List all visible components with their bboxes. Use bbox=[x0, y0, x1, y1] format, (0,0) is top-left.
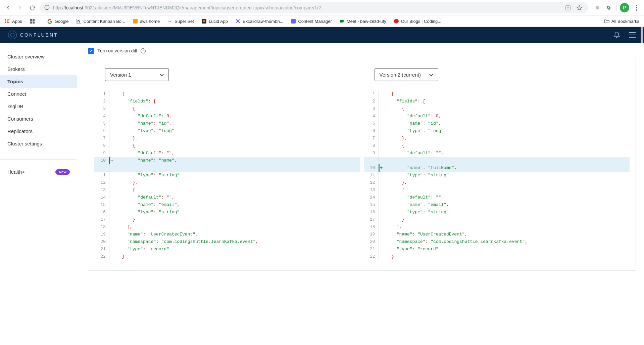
brand-logo[interactable]: CONFLUENT bbox=[8, 31, 58, 39]
bookmark-kanban[interactable]: Content Kanban Bo... bbox=[75, 18, 127, 25]
back-button[interactable] bbox=[3, 3, 13, 12]
diff-marker bbox=[380, 231, 384, 238]
url-bar[interactable]: http://localhost:9021/clusters/MkU3OEVBN… bbox=[40, 2, 588, 13]
line-content bbox=[114, 164, 360, 172]
notifications-bell-icon[interactable] bbox=[613, 31, 621, 39]
profile-avatar[interactable]: P bbox=[620, 3, 629, 12]
hamburger-menu-icon[interactable] bbox=[629, 31, 636, 39]
line-content: "type": "string" bbox=[384, 172, 630, 179]
diff-marker bbox=[380, 142, 384, 149]
lucid-icon bbox=[201, 18, 207, 24]
code-line: 15 "name": "email", bbox=[364, 201, 630, 209]
diff-marker bbox=[380, 157, 384, 164]
gutter-bar bbox=[109, 223, 110, 231]
diff-marker bbox=[110, 231, 114, 238]
gutter-bar bbox=[109, 238, 110, 246]
bookmark-aws[interactable]: aws home bbox=[131, 18, 161, 25]
bookmark-grid[interactable] bbox=[28, 18, 36, 25]
line-number: 9 bbox=[364, 149, 379, 157]
diff-toggle-checkbox[interactable] bbox=[88, 48, 94, 54]
sidebar-item-topics[interactable]: Topics bbox=[0, 75, 77, 88]
reload-button[interactable] bbox=[28, 3, 37, 12]
diff-marker bbox=[110, 120, 114, 127]
diff-marker bbox=[380, 98, 384, 105]
gutter-bar bbox=[379, 223, 380, 231]
bookmark-apps[interactable]: Apps bbox=[3, 18, 23, 25]
site-info-icon[interactable] bbox=[44, 5, 50, 11]
line-content: }, bbox=[384, 135, 630, 142]
menu-dots-icon[interactable] bbox=[633, 4, 641, 12]
bookmark-cms[interactable]: Content Manager bbox=[289, 18, 333, 25]
sidebar-item-label: Brokers bbox=[7, 66, 25, 72]
code-line: 18 ], bbox=[364, 223, 630, 231]
bookmark-label: Excalidraw-thumbn... bbox=[243, 19, 283, 24]
bookmark-meet[interactable]: Meet - baw-zezd-ufy bbox=[338, 18, 388, 25]
extensions-puzzle-icon[interactable] bbox=[605, 4, 613, 12]
svg-rect-19 bbox=[33, 19, 35, 21]
line-content: "default": "", bbox=[384, 149, 630, 157]
code-line: 1 { bbox=[364, 90, 630, 98]
bookmark-star-icon[interactable] bbox=[575, 4, 583, 12]
gutter-bar bbox=[379, 246, 380, 253]
install-app-icon[interactable] bbox=[564, 4, 572, 12]
scrollbar-thumb[interactable] bbox=[641, 27, 643, 43]
code-line: 15 "name": "email", bbox=[94, 201, 360, 209]
code-line: 16 "type": "string" bbox=[364, 209, 630, 216]
bookmark-all-folder[interactable]: All Bookmarks bbox=[603, 18, 641, 25]
code-line: 17 } bbox=[364, 216, 630, 223]
forward-button[interactable] bbox=[15, 3, 25, 12]
bookmark-lucid[interactable]: Lucid App bbox=[200, 18, 229, 25]
diff-marker bbox=[110, 186, 114, 194]
line-number: 16 bbox=[94, 209, 109, 216]
info-icon[interactable]: i bbox=[141, 48, 146, 53]
svg-rect-21 bbox=[33, 21, 35, 24]
code-line: 8 { bbox=[364, 142, 630, 149]
gutter-bar bbox=[109, 135, 110, 142]
code-line: 2 "fields": [ bbox=[94, 98, 360, 105]
line-content: "fields": [ bbox=[384, 98, 630, 105]
code-line: 12 }, bbox=[94, 179, 360, 186]
version-select-right[interactable]: Version 2 (current) bbox=[375, 68, 438, 81]
svg-rect-20 bbox=[30, 21, 32, 24]
meet-icon bbox=[339, 18, 345, 24]
line-content: { bbox=[114, 105, 360, 113]
line-number: 13 bbox=[364, 186, 379, 194]
code-line: 17 } bbox=[94, 216, 360, 223]
toolbar-divider bbox=[616, 4, 616, 11]
sidebar-item-health[interactable]: Health+ New bbox=[0, 166, 77, 178]
line-number bbox=[94, 164, 109, 172]
version-select-left[interactable]: Version 1 bbox=[105, 68, 169, 81]
sidebar-item-cluster-overview[interactable]: Cluster overview bbox=[0, 50, 77, 63]
code-line bbox=[94, 164, 360, 172]
line-number: 18 bbox=[94, 223, 109, 231]
sidebar-item-consumers[interactable]: Consumers bbox=[0, 113, 77, 125]
bookmark-blogs[interactable]: Our Blogs | Coding... bbox=[392, 18, 443, 25]
bookmark-excalidraw[interactable]: Excalidraw-thumbn... bbox=[234, 18, 285, 25]
sidebar-item-ksqldb[interactable]: ksqlDB bbox=[0, 100, 77, 113]
sidebar-item-replicators[interactable]: Replicators bbox=[0, 125, 77, 137]
sidebar-item-connect[interactable]: Connect bbox=[0, 88, 77, 100]
line-content: }, bbox=[384, 179, 630, 186]
sidebar-item-cluster-settings[interactable]: Cluster settings bbox=[0, 137, 77, 150]
line-content: }, bbox=[114, 179, 360, 186]
url-text: http://localhost:9021/clusters/MkU3OEVBN… bbox=[53, 5, 560, 10]
bookmark-superset[interactable]: Super Set bbox=[166, 18, 195, 25]
gutter-bar bbox=[379, 135, 380, 142]
extension-icon[interactable] bbox=[593, 4, 601, 12]
gutter-bar bbox=[109, 179, 110, 186]
line-content: "type": "string" bbox=[114, 172, 360, 179]
line-content: { bbox=[384, 90, 630, 98]
sidebar-item-brokers[interactable]: Brokers bbox=[0, 63, 77, 75]
sidebar-item-label: ksqlDB bbox=[7, 103, 23, 109]
svg-rect-23 bbox=[133, 19, 138, 24]
gutter-bar bbox=[109, 231, 110, 238]
code-line: 20 "namespace": "com.codingshuttle.learn… bbox=[364, 238, 630, 246]
sidebar-item-label: Topics bbox=[7, 79, 23, 84]
brand-text: CONFLUENT bbox=[20, 32, 58, 38]
diff-marker bbox=[110, 238, 114, 246]
gutter-bar bbox=[379, 113, 380, 120]
diff-marker bbox=[110, 194, 114, 201]
gutter-bar bbox=[379, 120, 380, 127]
svg-rect-16 bbox=[7, 22, 8, 23]
bookmark-google[interactable]: Google bbox=[46, 18, 70, 25]
